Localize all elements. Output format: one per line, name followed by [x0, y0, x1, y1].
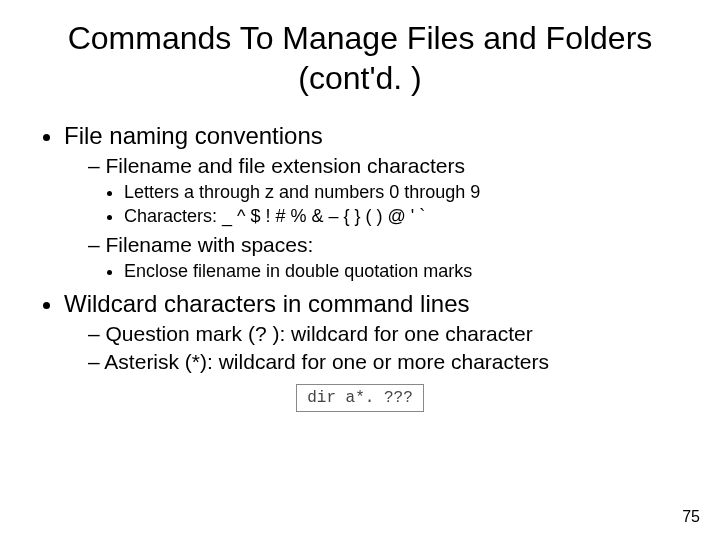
bullet-l2: Question mark (? ): wildcard for one cha…: [88, 322, 684, 346]
bullet-l3: Characters: _ ^ $ ! # % & – { } ( ) @ ' …: [124, 206, 684, 227]
bullet-l3: Letters a through z and numbers 0 throug…: [124, 182, 684, 203]
slide-title: Commands To Manage Files and Folders (co…: [36, 18, 684, 98]
code-example-container: dir a*. ???: [36, 384, 684, 412]
bullet-text: File naming conventions: [64, 122, 323, 149]
bullet-l2: Filename with spaces: Enclose filename i…: [88, 233, 684, 282]
page-number: 75: [682, 508, 700, 526]
bullet-l2: Filename and file extension characters L…: [88, 154, 684, 227]
code-example: dir a*. ???: [296, 384, 424, 412]
bullet-l1: File naming conventions Filename and fil…: [64, 122, 684, 282]
bullet-text: Filename and file extension characters: [106, 154, 466, 177]
bullet-l1: Wildcard characters in command lines Que…: [64, 290, 684, 374]
bullet-text: Question mark (? ): wildcard for one cha…: [106, 322, 533, 345]
bullet-text: Filename with spaces:: [106, 233, 314, 256]
bullet-sublist: Question mark (? ): wildcard for one cha…: [64, 322, 684, 374]
bullet-text: Wildcard characters in command lines: [64, 290, 469, 317]
bullet-list: File naming conventions Filename and fil…: [36, 122, 684, 374]
bullet-sublist: Enclose filename in double quotation mar…: [88, 261, 684, 282]
bullet-sublist: Letters a through z and numbers 0 throug…: [88, 182, 684, 227]
bullet-l2: Asterisk (*): wildcard for one or more c…: [88, 350, 684, 374]
bullet-sublist: Filename and file extension characters L…: [64, 154, 684, 282]
bullet-text: Asterisk (*): wildcard for one or more c…: [104, 350, 549, 373]
slide: Commands To Manage Files and Folders (co…: [0, 0, 720, 540]
bullet-l3: Enclose filename in double quotation mar…: [124, 261, 684, 282]
